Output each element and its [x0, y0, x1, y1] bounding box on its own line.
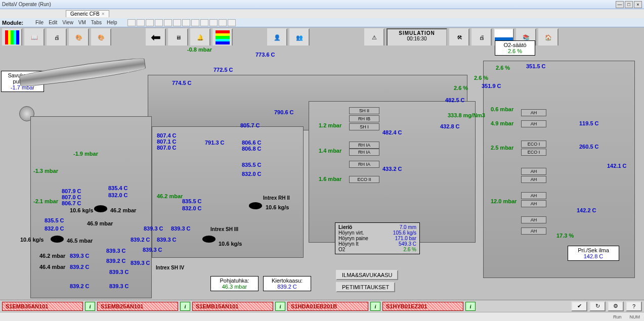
- lc-m3: 46.5 mbar: [67, 238, 93, 244]
- mini-tb-4[interactable]: [155, 19, 163, 26]
- heb-0: AH: [521, 109, 546, 116]
- lc-a1: 807.9 C: [62, 188, 81, 194]
- menu-view[interactable]: View: [62, 20, 73, 25]
- alarm-info-3[interactable]: i: [370, 302, 380, 311]
- alarm-0[interactable]: S1EMB35AN101: [2, 302, 83, 311]
- mini-tb-3[interactable]: [146, 19, 154, 26]
- window-titlebar: DeltaV Operate (Run) — □ ×: [0, 0, 644, 9]
- rt-p2: 2.6 %: [474, 75, 488, 81]
- tb-user1-icon[interactable]: 👤: [267, 28, 287, 47]
- status-num: NUM: [630, 314, 640, 319]
- tb-grid-icon[interactable]: [212, 28, 233, 47]
- he-eco2: ECO II: [349, 176, 379, 183]
- tb-palette2-icon[interactable]: 🎨: [91, 28, 111, 47]
- ix-sh4-lbl: Intrex SH IV: [156, 265, 184, 270]
- alarm-4[interactable]: S1HYB01EZ201: [382, 302, 463, 311]
- mini-tb-8[interactable]: [191, 19, 199, 26]
- alarm-info-1[interactable]: i: [180, 302, 190, 311]
- pohja-box[interactable]: Pohjatuhka: 46.3 mbar: [210, 276, 259, 291]
- tb-print-icon[interactable]: 🖨: [47, 28, 67, 47]
- tab-bar: Generic CFB ×: [0, 9, 644, 18]
- heb-3: ECO I: [521, 149, 546, 156]
- rs-pct: 17.3 %: [556, 233, 574, 239]
- prisek-val: 142.8 C: [571, 253, 616, 259]
- t433: 433.2 C: [382, 166, 402, 172]
- mid-p3: -2.1 mbar: [33, 198, 58, 204]
- sb-refresh-icon[interactable]: ↻: [589, 301, 606, 311]
- top-pressure: -0.8 mbar: [187, 47, 212, 53]
- menu-help[interactable]: Help: [107, 20, 117, 25]
- sb-gear-icon[interactable]: ⚙: [608, 301, 624, 311]
- menu-tabs[interactable]: Tabs: [91, 20, 102, 25]
- he-rh1a1: RH IA: [349, 142, 379, 149]
- alarm-1[interactable]: S1EMB25AN101: [97, 302, 178, 311]
- heb-8: AH: [521, 216, 546, 223]
- heb-4: AH: [521, 168, 546, 175]
- mini-tb-5[interactable]: [164, 19, 172, 26]
- menu-vm[interactable]: VM: [78, 20, 86, 25]
- c832a: 832.0 C: [242, 171, 262, 177]
- mini-tb-12[interactable]: [228, 19, 236, 26]
- simulation-label: SIMULATION: [388, 30, 446, 36]
- mini-tb-11[interactable]: [219, 19, 227, 26]
- alarm-info-4[interactable]: i: [465, 302, 476, 311]
- mini-tb-1[interactable]: [127, 19, 136, 26]
- t-773: 773.6 C: [255, 52, 275, 58]
- menu-file[interactable]: File: [35, 20, 44, 25]
- t-772: 772.5 C: [213, 67, 233, 73]
- lierio-r3: Höyryn paine: [338, 236, 368, 241]
- minimize-button[interactable]: —: [616, 1, 624, 8]
- ilma-button[interactable]: ILMA&SAVUKAASU: [336, 270, 398, 280]
- tab-generic-cfb[interactable]: Generic CFB ×: [66, 10, 109, 17]
- tb-user2-icon[interactable]: 👥: [289, 28, 310, 47]
- alarm-info-0[interactable]: i: [85, 302, 95, 311]
- mini-tb-9[interactable]: [200, 19, 208, 26]
- tb-printer2-icon[interactable]: 🖨: [471, 28, 492, 47]
- lierio-v3: 171.0 bar: [395, 236, 416, 241]
- alarm-info-2[interactable]: i: [275, 302, 285, 311]
- rt-p1: 2.6 %: [496, 65, 510, 71]
- heb-6: AH: [521, 192, 546, 199]
- kierto-box[interactable]: Kiertokaasu: 839.2 C: [263, 276, 311, 291]
- rt-t2: 351.9 C: [482, 83, 501, 89]
- oval-4: [202, 236, 216, 243]
- maximize-button[interactable]: □: [625, 1, 633, 8]
- tb-screen-icon[interactable]: 🖥: [168, 28, 188, 47]
- sb-check-icon[interactable]: ✔: [571, 301, 587, 311]
- menu-edit[interactable]: Edit: [49, 20, 57, 25]
- peti-button[interactable]: PETIMITTAUKSET: [336, 282, 395, 292]
- mini-tb-6[interactable]: [173, 19, 181, 26]
- lierio-v1: 7.0 mm: [400, 224, 416, 230]
- mini-tb-7[interactable]: [182, 19, 190, 26]
- tb-warn-icon[interactable]: ⚠: [364, 28, 384, 47]
- alarm-2[interactable]: S1EMB15AN101: [192, 302, 273, 311]
- tb-chart-icon[interactable]: [2, 28, 22, 47]
- lierio-v4: 549.3 C: [399, 241, 416, 247]
- lc-c832: 832.0 C: [45, 225, 64, 232]
- tb-tools-icon[interactable]: 🛠: [449, 28, 469, 47]
- tb-back-icon[interactable]: ⬅: [146, 28, 166, 47]
- lc-a2: 807.0 C: [62, 194, 81, 200]
- tb-bell-icon[interactable]: 🔔: [190, 28, 210, 47]
- lc-839a: 839.3 C: [70, 253, 90, 259]
- prisek-box[interactable]: Pri./Sek ilma 142.8 C: [568, 246, 619, 261]
- mini-tb-2[interactable]: [137, 19, 145, 26]
- t-774: 774.5 C: [172, 80, 192, 86]
- tab-close-icon[interactable]: ×: [102, 11, 105, 17]
- lc-839k: 839.3 C: [143, 247, 162, 253]
- alarm-3[interactable]: S1HDA01EB201B: [287, 302, 368, 311]
- close-button[interactable]: ×: [634, 1, 642, 8]
- tb-book-icon[interactable]: 📖: [24, 28, 45, 47]
- heb-9: AH: [521, 227, 546, 235]
- tb-house-icon[interactable]: 🏠: [538, 28, 559, 47]
- o2-box[interactable]: O2-säätö 2.6 %: [495, 40, 535, 56]
- lc-839h: 839.2 C: [131, 237, 150, 243]
- sb-help-button[interactable]: ?: [626, 301, 642, 311]
- c807a: 807.4 C: [157, 132, 177, 139]
- tb-palette-icon[interactable]: 🎨: [69, 28, 89, 47]
- lc-839i: 839.3 C: [131, 260, 150, 266]
- mini-tb-10[interactable]: [209, 19, 218, 26]
- ix-sh3-lbl: Intrex SH III: [210, 226, 238, 232]
- lc-839c: 839.2 C: [70, 283, 90, 289]
- lc-c835: 835.5 C: [45, 217, 64, 223]
